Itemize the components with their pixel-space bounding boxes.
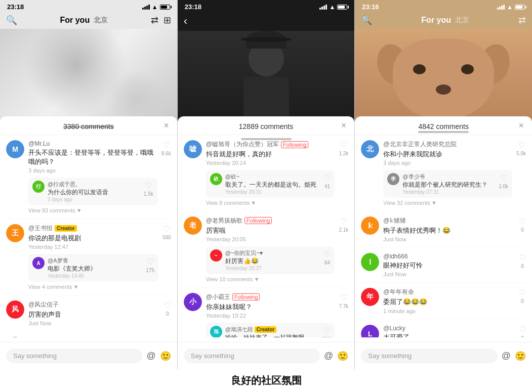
comment-content: @Mr.Lu 开头不应该是：登登等等，登登等登，哦哦哦的吗？ 3 days ag… <box>28 140 157 213</box>
heart-icon[interactable]: ♡ <box>323 173 331 183</box>
comment-item: 柳 @柳浪闻莺 普通话差了点 Just Now ♡ 0 <box>6 332 171 337</box>
comments-panel-1: 3380 comments × M @Mr.Lu 开头不应该是：登登等等，登登等… <box>0 116 177 369</box>
heart-icon[interactable]: ♡ <box>519 216 526 226</box>
comment-item: 北 @北京非正常人类研究总院 你和小胖来我院就诊 3 days ago 李 <box>361 135 526 211</box>
repost-icon-3[interactable]: ⇄ <box>518 15 526 26</box>
close-btn-1[interactable]: × <box>163 120 169 131</box>
heart-icon[interactable]: ♡ <box>340 293 347 302</box>
sub-comment-content: @A梦青 电影《玄奖大师》 Yesterday 14:45 <box>48 257 143 279</box>
comment-username: @老男孩杨歌 Following <box>206 216 335 225</box>
search-icon-3[interactable]: 🔍 <box>361 15 372 26</box>
heart-icon[interactable]: ♡ <box>519 253 526 263</box>
wifi-icon-2: ▲ <box>329 4 335 11</box>
view-replies[interactable]: View 10 comments ▼ <box>206 276 335 282</box>
avatar: L <box>361 325 379 337</box>
avatar: M <box>6 140 24 158</box>
comments-list-3[interactable]: 北 @北京非正常人类研究总院 你和小胖来我院就诊 3 days ago 李 <box>355 135 532 337</box>
nav-city-3[interactable]: 北京 <box>455 16 469 25</box>
say-something-3[interactable]: Say something <box>361 349 497 363</box>
close-btn-3[interactable]: × <box>519 120 524 131</box>
comment-time: Just Now <box>383 271 515 277</box>
at-icon-3[interactable]: @ <box>502 351 511 361</box>
figure-head <box>249 41 284 76</box>
repost-icon-1[interactable]: ⇄ <box>151 15 158 26</box>
comment-time: Yesterday 20:05 <box>206 236 335 242</box>
nav-right-3: ⇄ <box>518 15 526 26</box>
view-replies[interactable]: View 8 comments ▼ <box>206 200 335 206</box>
comment-item: 老 @老男孩杨歌 Following 厉害啦 Yesterday 20:05 ~ <box>184 211 349 288</box>
heart-icon[interactable]: ♡ <box>323 249 331 259</box>
heart-icon[interactable]: ♡ <box>519 325 526 334</box>
say-something-1[interactable]: Say something <box>6 349 142 363</box>
status-time-2: 23:18 <box>185 3 201 11</box>
sub-avatar: ~ <box>210 249 222 262</box>
heart-icon[interactable]: ♡ <box>162 140 170 150</box>
heart-icon[interactable]: ♡ <box>323 326 330 335</box>
comments-header-2: 12889 comments × <box>178 116 355 135</box>
sub-like-count: ♡ 506 <box>322 326 331 337</box>
comment-username: @柳浪闻莺 <box>28 337 160 337</box>
nav-for-you-1[interactable]: For you <box>60 16 90 25</box>
say-something-2[interactable]: Say something <box>184 349 320 363</box>
comment-content: @老男孩杨歌 Following 厉害啦 Yesterday 20:05 ~ @ <box>206 216 335 282</box>
view-replies[interactable]: View 32 comments ▼ <box>383 200 512 206</box>
nav-bar-3: 🔍 For you 北京 ⇄ <box>355 13 532 29</box>
emoji-icon-1[interactable]: 🙂 <box>160 351 171 362</box>
wifi-icon-3: ▲ <box>507 4 513 11</box>
input-bar-1: Say something @ 🙂 <box>0 342 177 369</box>
heart-icon[interactable]: ♡ <box>340 216 347 226</box>
nav-for-you-3[interactable]: For you <box>421 16 451 25</box>
heart-icon[interactable]: ♡ <box>519 288 526 297</box>
phone-1: 23:18 ▲ 🔍 For you 北京 ⇄ ⊞ <box>0 0 178 369</box>
comment-time: Yesterday 19:22 <box>206 313 335 319</box>
nav-city-1[interactable]: 北京 <box>94 16 108 25</box>
comments-list-2[interactable]: 嘘 @嘘旭哥（为你点赞）冠军 Following 抖音就是好啊，真的好 Yest… <box>178 135 355 337</box>
view-replies[interactable]: View 4 comments ▼ <box>28 284 158 290</box>
like-count: ♡ 0 <box>164 300 171 326</box>
emoji-icon-2[interactable]: 🙂 <box>337 351 348 362</box>
heart-icon[interactable]: ♡ <box>147 257 154 267</box>
like-count: ♡ 2.1k <box>339 216 348 282</box>
close-btn-2[interactable]: × <box>341 120 347 131</box>
comments-list-1[interactable]: M @Mr.Lu 开头不应该是：登登等等，登登等登，哦哦哦的吗？ 3 days … <box>0 135 177 337</box>
status-icons-2: ▲ <box>319 4 347 11</box>
phone-2: 23:18 ▲ ‹ <box>178 0 355 369</box>
at-icon-1[interactable]: @ <box>146 351 155 361</box>
sub-comment-content: @旭演七段 Creator 哈哈，妹妹来了，一起跳舞啊 Yesterday 19… <box>225 326 319 337</box>
emoji-icon-3[interactable]: 🙂 <box>515 351 526 362</box>
nav-bar-2: ‹ <box>178 13 355 31</box>
following-badge: Following <box>281 141 308 148</box>
heart-icon[interactable]: ♡ <box>164 337 171 337</box>
heart-icon[interactable]: ♡ <box>164 300 171 310</box>
view-replies[interactable]: View 93 comments ▼ <box>28 207 157 213</box>
search-icon-1[interactable]: 🔍 <box>6 15 17 26</box>
sub-comment: 行 @行成于思。 为什么你的可以发语音 3 days ago ♡ <box>28 178 157 205</box>
comment-username: @𝕜猪猪 <box>383 216 515 225</box>
comment-text: 你说的那是电视剧 <box>28 234 158 243</box>
heart-icon[interactable]: ♡ <box>500 173 507 183</box>
comment-username: @风尘信子 <box>28 300 160 309</box>
heart-icon[interactable]: ♡ <box>518 140 525 150</box>
status-bar-3: 23:16 ▲ <box>355 0 532 13</box>
phones-container: 23:18 ▲ 🔍 For you 北京 ⇄ ⊞ <box>0 0 532 369</box>
like-count: ♡ 5.0k <box>516 140 526 206</box>
sub-like-count: ♡ 1.0k <box>499 173 508 195</box>
back-btn-2[interactable]: ‹ <box>184 15 187 28</box>
menu-icon-1[interactable]: ⊞ <box>163 15 171 26</box>
comment-text: 厉害的声音 <box>28 310 160 319</box>
comment-item: 嘘 @嘘旭哥（为你点赞）冠军 Following 抖音就是好啊，真的好 Yest… <box>184 135 349 211</box>
comments-panel-2: 12889 comments × 嘘 @嘘旭哥（为你点赞）冠军 Followin… <box>178 116 355 369</box>
heart-icon[interactable]: ♡ <box>340 140 347 150</box>
input-bar-3: Say something @ 🙂 <box>355 342 532 369</box>
heart-icon[interactable]: ♡ <box>163 224 170 234</box>
at-icon-2[interactable]: @ <box>324 351 333 361</box>
sub-comment: 砍 @砍~ 取关了。一天天的都是这句。烦死 Yesterday 20:31 ♡ <box>206 170 335 198</box>
comment-item: 年 @年年有余 委屈了😂😂😂 1 minute ago ♡ 0 <box>361 283 526 319</box>
heart-icon[interactable]: ♡ <box>145 181 152 190</box>
avatar: 𝕜 <box>361 216 379 235</box>
wifi-icon-1: ▲ <box>152 4 158 11</box>
comment-content: @Lucky 太可爱了 1 minute ago <box>383 325 515 337</box>
avatar: 小 <box>184 293 202 311</box>
like-count: ♡ 0 <box>519 325 526 337</box>
avatar: 老 <box>184 216 202 235</box>
